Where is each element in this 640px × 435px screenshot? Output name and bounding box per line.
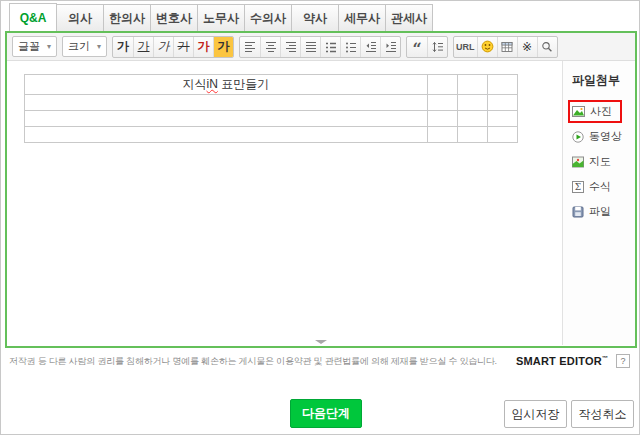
text-format-group: 가 가 가 가 가 가 <box>112 36 234 58</box>
attach-item-label: 지도 <box>589 154 611 169</box>
cancel-write-button[interactable]: 작성취소 <box>571 400 634 428</box>
underline-button[interactable]: 가 <box>133 37 153 57</box>
cell-text: 지식 <box>183 77 207 91</box>
table-row <box>25 111 518 127</box>
editor-panel: 글꼴 ▾ 크기 ▾ 가 가 가 가 가 가 <box>5 31 637 348</box>
search-icon <box>541 41 553 53</box>
table-cell[interactable] <box>487 127 517 143</box>
table-row <box>25 95 518 111</box>
tab-pharmacist[interactable]: 약사 <box>291 4 339 31</box>
tab-doctor[interactable]: 의사 <box>56 4 104 31</box>
cell-text: 표만들기 <box>218 77 269 91</box>
table-cell[interactable] <box>457 127 487 143</box>
line-height-icon <box>432 41 444 53</box>
highlight-color-button[interactable]: 가 <box>213 37 233 57</box>
font-size-label: 크기 <box>68 39 90 54</box>
insert-group: URL ※ <box>453 36 558 58</box>
align-center-icon <box>265 41 277 53</box>
chevron-down-icon: ▾ <box>47 42 51 51</box>
align-justify-button[interactable] <box>300 37 320 57</box>
editor-content-row: 지식iN 표만들기 <box>7 61 635 345</box>
align-center-button[interactable] <box>260 37 280 57</box>
attach-video[interactable]: 동영상 <box>572 129 635 144</box>
table-cell[interactable] <box>457 75 487 95</box>
tab-lawyer[interactable]: 변호사 <box>150 4 198 31</box>
block-group: “ <box>406 36 448 58</box>
bold-button[interactable]: 가 <box>113 37 133 57</box>
svg-text:Σ: Σ <box>575 182 581 192</box>
paragraph-group <box>239 36 401 58</box>
table-cell[interactable] <box>487 111 517 127</box>
copyright-notice: 저작권 등 다른 사람의 권리를 침해하거나 명예를 훼손하는 게시물은 이용약… <box>9 355 497 368</box>
attach-item-label: 동영상 <box>589 129 622 144</box>
ordered-list-button[interactable] <box>320 37 340 57</box>
unordered-list-icon <box>345 41 357 53</box>
special-char-icon: ※ <box>522 40 532 54</box>
editor-resize-handle[interactable] <box>315 340 327 344</box>
tab-customs-agent[interactable]: 관세사 <box>385 4 433 31</box>
attach-file[interactable]: 파일 <box>572 204 635 219</box>
file-icon <box>572 206 584 218</box>
url-button[interactable]: URL <box>454 37 477 57</box>
table-row: 지식iN 표만들기 <box>25 75 518 95</box>
video-icon <box>572 131 584 143</box>
outdent-button[interactable] <box>360 37 380 57</box>
table-cell[interactable] <box>487 75 517 95</box>
emoticon-button[interactable] <box>477 37 497 57</box>
align-justify-icon <box>305 41 317 53</box>
unordered-list-button[interactable] <box>340 37 360 57</box>
quote-icon: “ <box>412 39 421 55</box>
attach-sidebar-title: 파일첨부 <box>572 72 635 89</box>
format-toolbar: 글꼴 ▾ 크기 ▾ 가 가 가 가 가 가 <box>7 33 635 61</box>
temp-save-button[interactable]: 임시저장 <box>504 400 567 428</box>
blockquote-button[interactable]: “ <box>407 37 427 57</box>
tab-qna[interactable]: Q&A <box>9 3 57 31</box>
table-cell[interactable] <box>457 95 487 111</box>
cell-text-misspelled: iN <box>207 77 218 91</box>
align-left-icon <box>244 41 256 53</box>
table-cell[interactable]: 지식iN 표만들기 <box>25 75 428 95</box>
align-right-button[interactable] <box>280 37 300 57</box>
indent-icon <box>385 41 397 53</box>
insert-table-button[interactable] <box>497 37 517 57</box>
table-cell[interactable] <box>427 127 457 143</box>
font-family-label: 글꼴 <box>18 39 40 54</box>
table-cell[interactable] <box>427 75 457 95</box>
table-cell[interactable] <box>25 95 428 111</box>
font-size-dropdown[interactable]: 크기 ▾ <box>62 36 107 57</box>
table-cell[interactable] <box>457 111 487 127</box>
tab-veterinarian[interactable]: 수의사 <box>244 4 292 31</box>
attach-item-label: 파일 <box>589 204 611 219</box>
editor-canvas[interactable]: 지식iN 표만들기 <box>7 61 562 345</box>
table-cell[interactable] <box>427 95 457 111</box>
next-step-button[interactable]: 다음단계 <box>290 399 362 428</box>
tab-oriental-doctor[interactable]: 한의사 <box>103 4 151 31</box>
font-family-dropdown[interactable]: 글꼴 ▾ <box>12 36 57 57</box>
indent-button[interactable] <box>380 37 400 57</box>
outdent-icon <box>365 41 377 53</box>
ordered-list-icon <box>325 41 337 53</box>
strikethrough-button[interactable]: 가 <box>173 37 193 57</box>
category-tabbar: Q&A 의사 한의사 변호사 노무사 수의사 약사 세무사 관세사 <box>1 3 639 31</box>
line-height-button[interactable] <box>427 37 447 57</box>
table-row <box>25 127 518 143</box>
attach-map[interactable]: 지도 <box>572 154 635 169</box>
table-cell[interactable] <box>25 127 428 143</box>
help-button[interactable]: ? <box>616 354 630 368</box>
tab-labor-attorney[interactable]: 노무사 <box>197 4 245 31</box>
brand-text: SMART EDITOR <box>516 355 602 367</box>
find-replace-button[interactable] <box>537 37 557 57</box>
table-cell[interactable] <box>487 95 517 111</box>
font-color-button[interactable]: 가 <box>193 37 213 57</box>
smiley-icon <box>481 40 494 53</box>
table-cell[interactable] <box>25 111 428 127</box>
attach-formula[interactable]: Σ 수식 <box>572 179 635 194</box>
attach-photo[interactable]: 사진 <box>568 100 622 123</box>
italic-button[interactable]: 가 <box>153 37 173 57</box>
map-icon <box>572 156 584 168</box>
smart-editor-logo: SMART EDITOR™ <box>516 355 608 367</box>
align-left-button[interactable] <box>240 37 260 57</box>
special-char-button[interactable]: ※ <box>517 37 537 57</box>
tab-tax-accountant[interactable]: 세무사 <box>338 4 386 31</box>
table-cell[interactable] <box>427 111 457 127</box>
